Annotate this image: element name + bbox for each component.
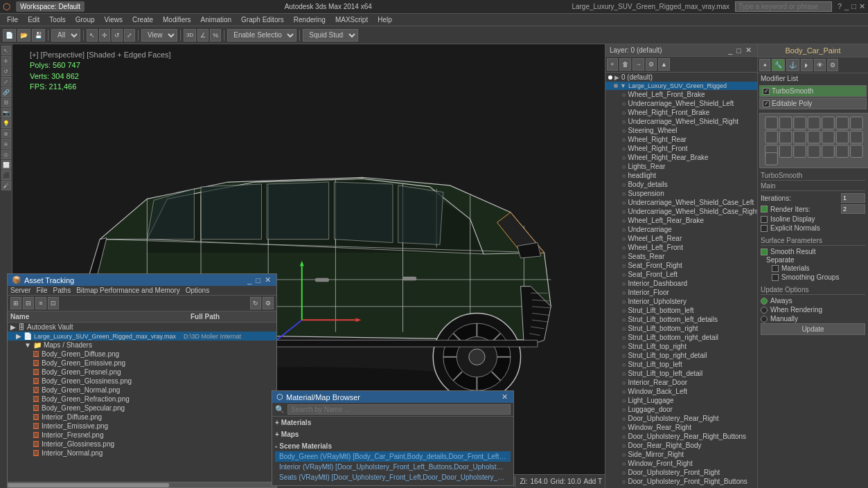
lt-move[interactable]: ✛ xyxy=(1,56,11,66)
layer-item[interactable]: ○Door_Upholstery_Front_Right_Buttons xyxy=(605,477,757,486)
menu-maxscript[interactable]: MAXScript xyxy=(331,15,372,24)
new-btn[interactable]: 📄 xyxy=(3,29,16,42)
layer-item[interactable]: ○Wheel_Right_Rear_Brake xyxy=(605,153,757,162)
lt-scale[interactable]: ⤢ xyxy=(1,77,11,87)
by-materials-checkbox[interactable] xyxy=(772,265,779,272)
asset-menu-options[interactable]: Options xyxy=(186,287,209,294)
asset-tb-btn3[interactable]: ≡ xyxy=(35,297,46,309)
asset-item-interior-emissive[interactable]: 🖼Interior_Emissive.png xyxy=(8,422,276,431)
layer-window-close[interactable]: ✕ xyxy=(744,46,753,55)
lt-camera[interactable]: 📷 xyxy=(1,108,11,118)
layer-item[interactable]: ○Strut_Lift_top_right xyxy=(605,342,757,351)
lt-isolate[interactable]: ◎ xyxy=(1,150,11,159)
asset-refresh-btn[interactable]: ↻ xyxy=(250,297,261,309)
matbrowser-close-btn[interactable]: ✕ xyxy=(500,392,509,401)
layer-item[interactable]: ○Undercarriage xyxy=(605,225,757,234)
lt-helpers[interactable]: ⊕ xyxy=(1,129,11,138)
move-btn[interactable]: ✛ xyxy=(99,29,110,42)
hierarchy-tab[interactable]: ⚓ xyxy=(786,59,799,71)
asset-settings-btn[interactable]: ⚙ xyxy=(263,297,274,309)
asset-minimize-btn[interactable]: _ xyxy=(246,275,253,284)
matbrowser-search-input[interactable] xyxy=(287,404,511,415)
render-iters-input[interactable] xyxy=(841,204,865,214)
minimize-icon[interactable]: _ xyxy=(844,2,849,11)
asset-main-file[interactable]: ▶ 📄 Large_Luxury_SUV_Green_Rigged_max_vr… xyxy=(8,332,276,341)
lt-paint-select[interactable]: 🖌 xyxy=(1,181,11,190)
asset-item-body-diffuse[interactable]: 🖼Body_Green_Diffuse.png xyxy=(8,350,276,359)
asset-maps-folder[interactable]: ▼ 📁 Maps / Shaders xyxy=(8,341,276,350)
layer-item[interactable]: ○Window_Front_Right xyxy=(605,459,757,468)
iterations-input[interactable] xyxy=(841,193,865,203)
modifier-enable-checkbox[interactable]: ✓ xyxy=(763,100,770,107)
layer-item[interactable]: ○Interior_Floor xyxy=(605,288,757,297)
layer-item[interactable]: ○Undercarriage_Wheel_Shield_Right xyxy=(605,117,757,126)
layer-item[interactable]: ○Side_Mirror_Right xyxy=(605,450,757,459)
mat-item-body-green[interactable]: Body_Green (VRayMtl) [Body_Car_Paint,Bod… xyxy=(275,451,511,462)
angle-snap-btn[interactable]: ∠ xyxy=(197,29,209,42)
asset-scrollbar[interactable] xyxy=(8,482,276,487)
layer-item[interactable]: ○Interior_Rear_Door xyxy=(605,378,757,387)
layer-item[interactable]: ○Seat_Front_Right xyxy=(605,261,757,270)
scene-materials-header[interactable]: - Scene Materials xyxy=(275,441,511,451)
menu-file[interactable]: File xyxy=(3,15,22,24)
layer-item[interactable]: ○Wheel_Right_Front xyxy=(605,144,757,153)
materials-header[interactable]: + Materials xyxy=(275,417,511,428)
named-selection[interactable]: Enable Selections xyxy=(227,29,296,42)
layer-item[interactable]: ○Luggage_door xyxy=(605,405,757,414)
always-radio[interactable] xyxy=(761,298,768,305)
asset-scrollbar-thumb[interactable] xyxy=(8,483,169,487)
layer-item-default[interactable]: ▶ 0 (default) xyxy=(605,73,757,82)
layer-item[interactable]: ○Lights_Rear xyxy=(605,162,757,171)
select-btn[interactable]: ↖ xyxy=(87,29,98,42)
asset-item-body-normal[interactable]: 🖼Body_Green_Normal.png xyxy=(8,386,276,395)
layer-item[interactable]: ○headlight xyxy=(605,171,757,180)
render-iters-checkbox[interactable] xyxy=(761,206,768,213)
layer-window-maximize[interactable]: □ xyxy=(735,46,743,55)
mat-item-interior[interactable]: Interior (VRayMtl) [Door_Upholstery_Fron… xyxy=(275,462,511,472)
move-to-layer-btn[interactable]: → xyxy=(632,58,644,71)
asset-menu-file[interactable]: File xyxy=(36,287,47,294)
layer-item[interactable]: ○Undercarriage_Wheel_Shield_Left xyxy=(605,99,757,108)
menu-views[interactable]: Views xyxy=(100,15,127,24)
editable-poly-item[interactable]: ✓ Editable Poly xyxy=(759,98,867,109)
manually-radio[interactable] xyxy=(761,316,768,323)
update-button[interactable]: Update xyxy=(761,323,865,335)
asset-menu-server[interactable]: Server xyxy=(10,287,30,294)
when-rendering-radio[interactable] xyxy=(761,307,768,314)
menu-create[interactable]: Create xyxy=(128,15,157,24)
modify-tab[interactable]: 🔧 xyxy=(772,59,785,71)
help-icon[interactable]: ? xyxy=(838,2,842,11)
lt-rect-select[interactable]: ⬜ xyxy=(1,160,11,170)
save-btn[interactable]: 💾 xyxy=(32,29,45,42)
menu-help[interactable]: Help xyxy=(373,15,396,24)
layer-item[interactable]: ○Undercarriage_Wheel_Shield_Case_Right xyxy=(605,207,757,216)
layer-item-suv[interactable]: ▼ Large_Luxury_SUV_Green_Rigged xyxy=(605,82,757,90)
layer-window-minimize[interactable]: _ xyxy=(727,46,734,55)
maps-header[interactable]: + Maps xyxy=(275,429,511,440)
lt-unlink[interactable]: ⛓ xyxy=(1,98,11,107)
workspace-dropdown[interactable]: Workspace: Default xyxy=(16,1,85,12)
asset-tb-btn1[interactable]: ⊞ xyxy=(10,297,21,309)
menu-tools[interactable]: Tools xyxy=(45,15,69,24)
menu-edit[interactable]: Edit xyxy=(24,15,44,24)
new-layer-btn[interactable]: + xyxy=(607,58,618,71)
lt-link[interactable]: 🔗 xyxy=(1,87,11,97)
view-dropdown[interactable]: View xyxy=(141,29,177,42)
menu-group[interactable]: Group xyxy=(71,15,99,24)
asset-item-body-fresnel[interactable]: 🖼Body_Green_Fresnel.png xyxy=(8,368,276,377)
close-icon[interactable]: ✕ xyxy=(859,2,865,11)
rotate-btn[interactable]: ↺ xyxy=(112,29,123,42)
asset-item-body-refraction[interactable]: 🖼Body_Green_Refraction.png xyxy=(8,395,276,404)
asset-item-interior-diffuse[interactable]: 🖼Interior_Diffuse.png xyxy=(8,413,276,422)
layer-item[interactable]: ○Light_Luggage xyxy=(605,396,757,405)
menu-graph-editors[interactable]: Graph Editors xyxy=(237,15,288,24)
scale-btn[interactable]: ⤢ xyxy=(124,29,135,42)
modifier-enable-checkbox[interactable]: ✓ xyxy=(763,88,770,95)
layer-item[interactable]: ○Window_Back_Left xyxy=(605,387,757,396)
asset-item-interior-fresnel[interactable]: 🖼Interior_Fresnel.png xyxy=(8,431,276,440)
asset-vault[interactable]: ▶ 🗄 Autodesk Vault xyxy=(8,323,276,332)
squid-studio[interactable]: Squid Studio V xyxy=(303,29,358,42)
asset-tb-btn2[interactable]: ⊟ xyxy=(23,297,34,309)
collapse-btn[interactable]: ▲ xyxy=(658,58,670,71)
layer-item[interactable]: ○Interior_Dashboard xyxy=(605,279,757,288)
